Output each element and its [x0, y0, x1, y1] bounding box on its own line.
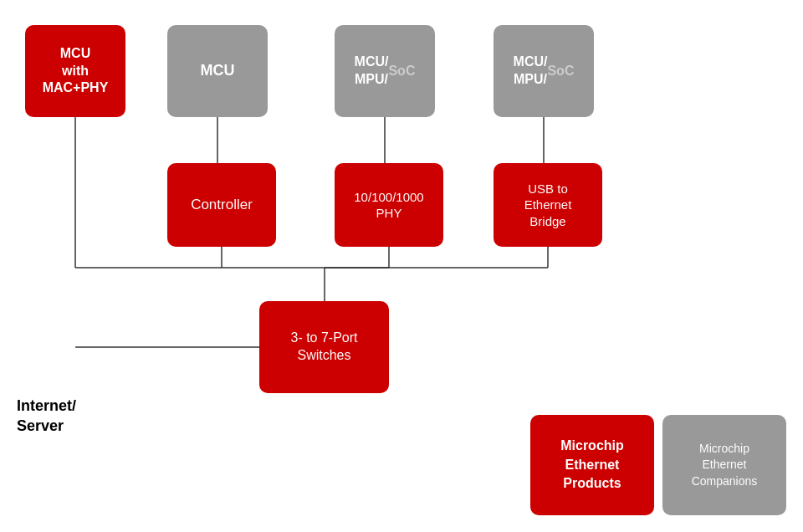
legend-microchip-products: MicrochipEthernetProducts: [530, 415, 654, 515]
mcu-mpu-soc-1-node: MCU/MPU/SoC: [335, 25, 435, 117]
mcu-node: MCU: [167, 25, 268, 117]
legend-microchip-companions: MicrochipEthernetCompanions: [662, 415, 786, 515]
diagram-container: MCUwithMAC+PHY MCU MCU/MPU/SoC MCU/MPU/S…: [0, 0, 803, 532]
phy-node: 10/100/1000PHY: [335, 163, 443, 247]
mcu-mac-phy-node: MCUwithMAC+PHY: [25, 25, 125, 117]
mcu-mpu-soc-2-node: MCU/MPU/SoC: [494, 25, 594, 117]
switches-node: 3- to 7-PortSwitches: [259, 301, 389, 393]
usb-bridge-node: USB toEthernetBridge: [494, 163, 602, 247]
controller-node: Controller: [167, 163, 276, 247]
internet-server-label: Internet/Server: [17, 396, 76, 436]
legend-container: MicrochipEthernetProducts MicrochipEther…: [530, 415, 786, 515]
